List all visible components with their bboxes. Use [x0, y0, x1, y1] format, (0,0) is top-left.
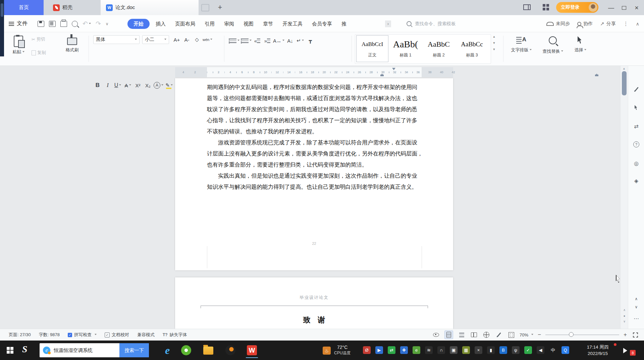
- numbered-list-icon[interactable]: [241, 36, 252, 45]
- battery-icon[interactable]: ▮: [487, 346, 495, 354]
- cpu-temperature-widget[interactable]: 72°C CPU温度: [334, 345, 351, 356]
- notification-badge[interactable]: 8: [630, 350, 636, 356]
- zoom-slider-knob[interactable]: [569, 332, 574, 337]
- paste-button[interactable]: 粘贴: [9, 34, 28, 55]
- strikethrough-button[interactable]: A: [123, 81, 132, 90]
- superscript-button[interactable]: X²: [133, 81, 142, 90]
- annotate-pen-icon[interactable]: [633, 86, 640, 93]
- ribbon-tab[interactable]: 章节: [258, 19, 278, 29]
- italic-button[interactable]: I: [103, 81, 112, 90]
- missing-font-button[interactable]: T? 缺失字体: [163, 332, 187, 338]
- q-app-icon[interactable]: Q: [561, 346, 569, 354]
- text-wrap-icon[interactable]: ↵: [296, 36, 305, 45]
- ribbon-tab[interactable]: 开发工具: [278, 19, 307, 29]
- fullscreen-icon[interactable]: [631, 331, 639, 339]
- zoom-out-button[interactable]: −: [538, 331, 541, 338]
- window-badge-icon[interactable]: ▣: [450, 346, 458, 354]
- character-scale-icon[interactable]: A↔: [273, 36, 284, 45]
- sogou-input-icon[interactable]: S: [22, 344, 28, 355]
- no-entry-icon[interactable]: Ø: [363, 346, 371, 354]
- ribbon-tab[interactable]: 插入: [151, 19, 170, 29]
- edit-pen-icon[interactable]: [495, 331, 503, 339]
- sync-status-button[interactable]: 未同步: [546, 21, 570, 27]
- page-indicator[interactable]: 页面: 27/30: [9, 332, 31, 338]
- format-painter-button[interactable]: 格式刷: [61, 34, 83, 53]
- proofread-button[interactable]: ✓ 文档校对: [105, 332, 129, 338]
- recycle-icon[interactable]: ✓: [524, 346, 532, 354]
- horizontal-ruler[interactable]: 42 2468101214161820222426283032343638404…: [175, 67, 453, 77]
- new-tab-button[interactable]: +: [215, 3, 225, 12]
- panel-up-icon[interactable]: ∧: [633, 296, 640, 302]
- taskbar-search-box[interactable]: e 搜索一下: [40, 343, 149, 357]
- word-count[interactable]: 字数: 9878: [39, 332, 60, 338]
- outline-view-icon[interactable]: [458, 331, 466, 339]
- bold-button[interactable]: B: [93, 81, 102, 90]
- sort-icon[interactable]: A↓: [286, 36, 294, 45]
- more-options-icon[interactable]: ⋮: [623, 20, 629, 27]
- undo-icon[interactable]: ↶: [83, 20, 91, 28]
- fit-page-icon[interactable]: [507, 331, 515, 339]
- help-icon[interactable]: ?: [633, 141, 640, 148]
- clear-format-icon[interactable]: ◇: [193, 35, 201, 44]
- export-icon[interactable]: [49, 21, 56, 27]
- style-preset[interactable]: AaBbC 标题 2: [423, 35, 455, 62]
- ribbon-tab[interactable]: 引用: [200, 19, 219, 29]
- grow-font-button[interactable]: A+: [172, 35, 181, 44]
- book-view-icon[interactable]: [470, 331, 478, 339]
- spellcheck-toggle[interactable]: ✓ 拼写检查: [68, 332, 97, 338]
- vertical-scrollbar[interactable]: ▲ ∧ ● ∨: [620, 66, 628, 329]
- file-explorer-icon[interactable]: [203, 347, 213, 355]
- window-layout-icon[interactable]: [523, 4, 531, 10]
- increase-indent-icon[interactable]: »: [263, 36, 272, 45]
- browse-object-icon[interactable]: ●: [622, 314, 627, 318]
- game-app-icon[interactable]: [225, 345, 235, 355]
- collaborate-button[interactable]: 协作: [577, 21, 593, 27]
- restore-button[interactable]: [619, 3, 629, 13]
- decrease-indent-icon[interactable]: «: [253, 36, 262, 45]
- wps-taskbar-icon[interactable]: W: [247, 345, 257, 355]
- highlight-color-button[interactable]: ✎: [165, 81, 173, 90]
- ribbon-tab[interactable]: 推: [337, 19, 351, 29]
- cut-button[interactable]: ✂剪切: [32, 36, 45, 42]
- green-box-icon[interactable]: ▦: [462, 346, 470, 354]
- locate-icon[interactable]: ◈: [633, 177, 640, 184]
- sync-icon[interactable]: ⇄: [388, 346, 395, 354]
- scrollbar-thumb[interactable]: [622, 71, 627, 95]
- scroll-up-icon[interactable]: ▲: [623, 67, 626, 70]
- styles-gallery-arrows[interactable]: ▲▼▼: [492, 35, 496, 51]
- document-page-28[interactable]: 毕业设计论文 致 谢: [175, 277, 453, 329]
- style-preset[interactable]: AaBbCcI 正文: [356, 35, 388, 62]
- tab-stop-icon[interactable]: ┳: [306, 36, 315, 45]
- bluetooth-icon[interactable]: B: [499, 346, 507, 354]
- app-grid-icon[interactable]: [543, 4, 549, 11]
- character-shading-button[interactable]: A: [154, 81, 163, 90]
- underline-button[interactable]: U: [113, 81, 122, 90]
- ribbon-tab[interactable]: 视图: [239, 19, 258, 29]
- document-page-27[interactable]: 期间遇到的中文乱码问题，程序对应数据库的数据安全问题，程序开发中框架的使用问题等…: [175, 78, 453, 270]
- tray-expand-icon[interactable]: [623, 348, 630, 353]
- page-view-icon[interactable]: [444, 330, 453, 339]
- taskbar-clock[interactable]: 17:14 周四 2022/9/15: [576, 344, 620, 357]
- select-tool-icon[interactable]: [633, 104, 640, 111]
- command-search[interactable]: [407, 19, 485, 29]
- customize-toolbar-icon[interactable]: ∨: [106, 21, 109, 26]
- input-method-indicator[interactable]: 中: [549, 346, 557, 354]
- docer-tab[interactable]: 稻壳: [48, 0, 98, 15]
- command-search-input[interactable]: [414, 21, 483, 27]
- ribbon-tab[interactable]: 页面布局: [170, 19, 200, 29]
- style-preset[interactable]: AaBb( 标题 1: [389, 35, 422, 62]
- taskbar-search-input[interactable]: [53, 347, 119, 353]
- bullet-list-icon[interactable]: [229, 36, 239, 45]
- notification-bell-icon[interactable]: ∩: [437, 346, 445, 354]
- ribbon-tab[interactable]: 开始: [127, 19, 150, 29]
- media-player-icon[interactable]: ▶: [375, 346, 383, 354]
- start-button[interactable]: [7, 347, 13, 354]
- tab-pin-icon[interactable]: [201, 4, 209, 11]
- read-mode-icon[interactable]: ◎: [633, 160, 640, 167]
- print-preview-icon[interactable]: [72, 21, 78, 27]
- copy-button[interactable]: 复制: [32, 50, 46, 56]
- left-indent-marker[interactable]: [380, 75, 384, 76]
- panel-more-icon[interactable]: ⋯: [633, 315, 640, 322]
- redo-icon[interactable]: ↷: [96, 20, 101, 28]
- zoom-in-button[interactable]: +: [624, 331, 627, 338]
